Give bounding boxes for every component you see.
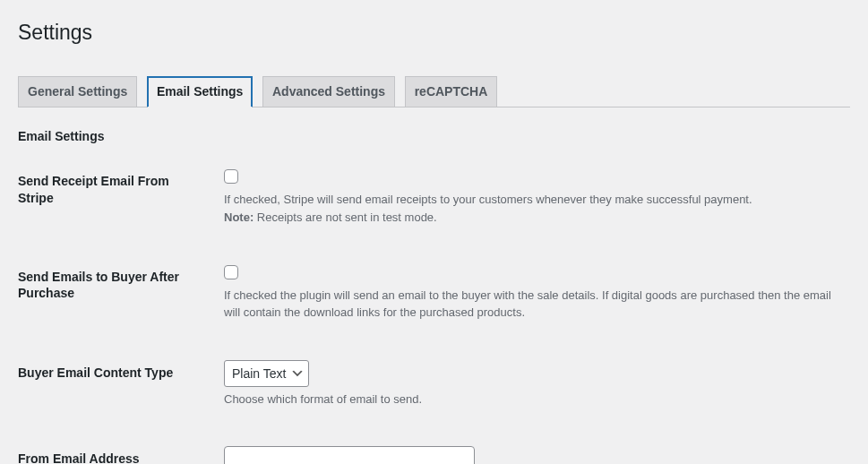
label-content-type: Buyer Email Content Type [18,347,215,434]
input-from-address[interactable] [224,446,475,464]
tab-advanced-settings[interactable]: Advanced Settings [262,76,395,108]
select-content-type[interactable]: Plain Text [224,360,309,387]
checkbox-stripe-receipt[interactable] [224,169,238,184]
tab-recaptcha[interactable]: reCAPTCHA [405,76,498,108]
tab-general-settings[interactable]: General Settings [18,76,137,108]
tabs-wrapper: General Settings Email Settings Advanced… [18,68,850,108]
desc-stripe-receipt: If checked, Stripe will send email recei… [224,191,841,226]
desc-buyer-emails: If checked the plugin will send an email… [224,287,841,322]
section-heading: Email Settings [18,127,850,146]
page-title: Settings [18,9,850,52]
label-from-address: From Email Address [18,433,215,464]
label-stripe-receipt: Send Receipt Email From Stripe [18,155,215,251]
desc-content-type: Choose which format of email to send. [224,391,841,408]
checkbox-buyer-emails[interactable] [224,265,238,279]
form-table: Send Receipt Email From Stripe If checke… [18,155,850,464]
label-buyer-emails: Send Emails to Buyer After Purchase [18,251,215,347]
tab-email-settings[interactable]: Email Settings [147,76,253,108]
